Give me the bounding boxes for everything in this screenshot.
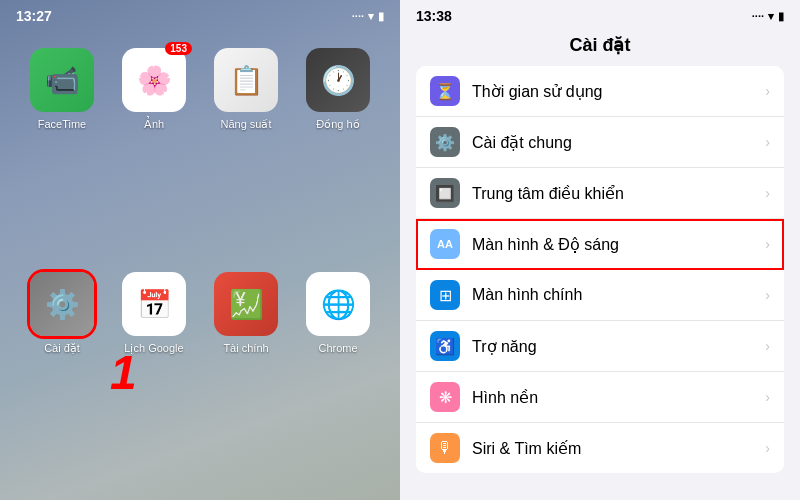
manhinh-icon: AA	[430, 229, 460, 259]
manhinh-label: Màn hình & Độ sáng	[472, 235, 765, 254]
lichgg-icon: 📅	[122, 272, 186, 336]
settings-item-manhinchinh[interactable]: ⊞Màn hình chính›	[416, 270, 784, 321]
thoigian-icon: ⏳	[430, 76, 460, 106]
siri-icon: 🎙	[430, 433, 460, 463]
photos-icon: 🌸153	[122, 48, 186, 112]
app-grid: 📹FaceTime🌸153Ảnh📋Năng suất🕐Đồng hồ⚙️Cài …	[0, 28, 400, 500]
app-taichinh[interactable]: 💹Tài chính	[208, 272, 284, 480]
thoigian-label: Thời gian sử dụng	[472, 82, 765, 101]
manhinchinh-label: Màn hình chính	[472, 286, 765, 304]
settings-section-1: ⏳Thời gian sử dụng›⚙️Cài đặt chung›🔲Trun…	[416, 66, 784, 473]
photos-badge: 153	[165, 42, 192, 55]
settings-list: ⏳Thời gian sử dụng›⚙️Cài đặt chung›🔲Trun…	[400, 66, 800, 500]
settings-item-manhinh[interactable]: 2AAMàn hình & Độ sáng›	[416, 219, 784, 270]
tronang-chevron: ›	[765, 338, 770, 354]
app-donghoo[interactable]: 🕐Đồng hồ	[300, 48, 376, 256]
trungtam-label: Trung tâm điều khiển	[472, 184, 765, 203]
app-naanguat[interactable]: 📋Năng suất	[208, 48, 284, 256]
facetime-icon: 📹	[30, 48, 94, 112]
thoigian-chevron: ›	[765, 83, 770, 99]
wifi-icon-right: ▾	[768, 10, 774, 23]
manhinh-chevron: ›	[765, 236, 770, 252]
signal-icon-right: ····	[752, 10, 764, 22]
battery-icon-right: ▮	[778, 10, 784, 23]
app-photos[interactable]: 🌸153Ảnh	[116, 48, 192, 256]
trungtam-icon: 🔲	[430, 178, 460, 208]
hinhneen-label: Hình nền	[472, 388, 765, 407]
status-bar-right: 13:38 ···· ▾ ▮	[400, 0, 800, 28]
chrome-label: Chrome	[318, 342, 357, 354]
time-right: 13:38	[416, 8, 452, 24]
facetime-label: FaceTime	[38, 118, 87, 130]
signal-icon: ····	[352, 10, 364, 22]
settings-title: Cài đặt	[400, 28, 800, 66]
chrome-icon: 🌐	[306, 272, 370, 336]
taichinh-icon: 💹	[214, 272, 278, 336]
battery-icon: ▮	[378, 10, 384, 23]
app-facetime[interactable]: 📹FaceTime	[24, 48, 100, 256]
siri-label: Siri & Tìm kiếm	[472, 439, 765, 458]
settings-item-caidatchung[interactable]: ⚙️Cài đặt chung›	[416, 117, 784, 168]
naanguat-icon: 📋	[214, 48, 278, 112]
settings-item-thoigian[interactable]: ⏳Thời gian sử dụng›	[416, 66, 784, 117]
settings-item-trungtam[interactable]: 🔲Trung tâm điều khiển›	[416, 168, 784, 219]
hinhneen-icon: ❋	[430, 382, 460, 412]
settings-screen: 13:38 ···· ▾ ▮ Cài đặt ⏳Thời gian sử dụn…	[400, 0, 800, 500]
status-bar-left: 13:27 ···· ▾ ▮	[0, 0, 400, 28]
caidat-label: Cài đặt	[44, 342, 80, 355]
manhinchinh-icon: ⊞	[430, 280, 460, 310]
hinhneen-chevron: ›	[765, 389, 770, 405]
caidatchung-chevron: ›	[765, 134, 770, 150]
donghoo-icon: 🕐	[306, 48, 370, 112]
photos-label: Ảnh	[144, 118, 164, 131]
caidatchung-label: Cài đặt chung	[472, 133, 765, 152]
status-icons-right: ···· ▾ ▮	[752, 10, 784, 23]
wifi-icon: ▾	[368, 10, 374, 23]
time-left: 13:27	[16, 8, 52, 24]
settings-item-siri[interactable]: 🎙Siri & Tìm kiếm›	[416, 423, 784, 473]
step-1-label: 1	[110, 345, 137, 400]
settings-item-tronang[interactable]: ♿Trợ năng›	[416, 321, 784, 372]
app-chrome[interactable]: 🌐Chrome	[300, 272, 376, 480]
status-icons-left: ···· ▾ ▮	[352, 10, 384, 23]
caidat-icon: ⚙️	[30, 272, 94, 336]
manhinchinh-chevron: ›	[765, 287, 770, 303]
settings-item-hinhneen[interactable]: ❋Hình nền›	[416, 372, 784, 423]
trungtam-chevron: ›	[765, 185, 770, 201]
naanguat-label: Năng suất	[220, 118, 271, 131]
taichinh-label: Tài chính	[223, 342, 268, 354]
app-caidat[interactable]: ⚙️Cài đặt	[24, 272, 100, 480]
donghoo-label: Đồng hồ	[316, 118, 359, 131]
home-screen: 13:27 ···· ▾ ▮ 📹FaceTime🌸153Ảnh📋Năng suấ…	[0, 0, 400, 500]
siri-chevron: ›	[765, 440, 770, 456]
tronang-label: Trợ năng	[472, 337, 765, 356]
caidatchung-icon: ⚙️	[430, 127, 460, 157]
tronang-icon: ♿	[430, 331, 460, 361]
